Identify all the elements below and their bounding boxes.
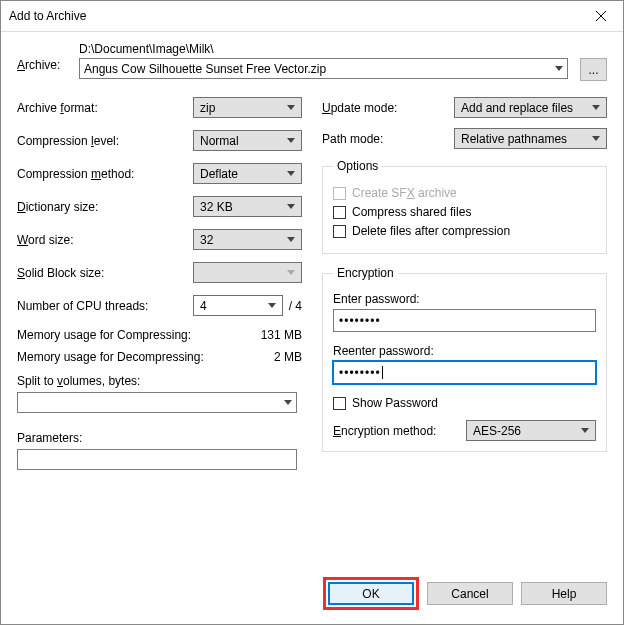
archive-filename: Angus Cow Silhouette Sunset Free Vector.… — [84, 62, 326, 76]
chevron-down-icon — [592, 136, 600, 141]
path-mode-label: Path mode: — [322, 132, 454, 146]
add-to-archive-dialog: Add to Archive Archive: D:\Document\Imag… — [0, 0, 624, 625]
chevron-down-icon — [287, 237, 295, 242]
cpu-threads-select[interactable]: 4 — [193, 295, 283, 316]
chevron-down-icon — [268, 303, 276, 308]
encryption-method-select[interactable]: AES-256 — [466, 420, 596, 441]
cpu-threads-label: Number of CPU threads: — [17, 299, 193, 313]
compress-shared-checkbox[interactable] — [333, 206, 346, 219]
ok-button[interactable]: OK — [328, 582, 414, 605]
compression-method-label: Compression method: — [17, 167, 193, 181]
left-column: Archive format: zip Compression level: N… — [17, 97, 302, 470]
solid-block-size-select — [193, 262, 302, 283]
close-button[interactable] — [578, 1, 623, 31]
archive-filename-select[interactable]: Angus Cow Silhouette Sunset Free Vector.… — [79, 58, 568, 79]
chevron-down-icon — [592, 105, 600, 110]
archive-path: D:\Document\Image\Milk\ — [79, 42, 607, 56]
word-size-select[interactable]: 32 — [193, 229, 302, 250]
show-password-label: Show Password — [352, 396, 438, 410]
chevron-down-icon — [287, 138, 295, 143]
encryption-legend: Encryption — [333, 266, 398, 280]
mem-compress-value: 131 MB — [261, 328, 302, 342]
options-legend: Options — [333, 159, 382, 173]
sfx-checkbox — [333, 187, 346, 200]
chevron-down-icon — [581, 428, 589, 433]
split-volumes-label: Split to volumes, bytes: — [17, 374, 302, 388]
mem-decompress-value: 2 MB — [274, 350, 302, 364]
path-mode-select[interactable]: Relative pathnames — [454, 128, 607, 149]
dictionary-size-label: Dictionary size: — [17, 200, 193, 214]
browse-button[interactable]: ... — [580, 58, 607, 81]
chevron-down-icon — [287, 270, 295, 275]
split-volumes-select[interactable] — [17, 392, 297, 413]
word-size-label: Word size: — [17, 233, 193, 247]
compression-level-select[interactable]: Normal — [193, 130, 302, 151]
help-button[interactable]: Help — [521, 582, 607, 605]
options-group: Options Create SFX archive Compress shar… — [322, 159, 607, 254]
right-column: Update mode: Add and replace files Path … — [322, 97, 607, 470]
delete-after-label: Delete files after compression — [352, 224, 510, 238]
compression-level-label: Compression level: — [17, 134, 193, 148]
parameters-input[interactable] — [17, 449, 297, 470]
enter-password-input[interactable]: •••••••• — [333, 309, 596, 332]
archive-format-select[interactable]: zip — [193, 97, 302, 118]
enter-password-label: Enter password: — [333, 292, 596, 306]
compression-method-select[interactable]: Deflate — [193, 163, 302, 184]
chevron-down-icon — [287, 105, 295, 110]
compress-shared-label: Compress shared files — [352, 205, 471, 219]
reenter-password-label: Reenter password: — [333, 344, 596, 358]
show-password-checkbox[interactable] — [333, 397, 346, 410]
dictionary-size-select[interactable]: 32 KB — [193, 196, 302, 217]
dialog-content: Archive: D:\Document\Image\Milk\ Angus C… — [1, 32, 623, 624]
window-title: Add to Archive — [9, 9, 86, 23]
parameters-label: Parameters: — [17, 431, 302, 445]
encryption-group: Encryption Enter password: •••••••• Reen… — [322, 266, 607, 452]
ok-highlight: OK — [323, 577, 419, 610]
chevron-down-icon — [287, 204, 295, 209]
delete-after-checkbox[interactable] — [333, 225, 346, 238]
titlebar: Add to Archive — [1, 1, 623, 32]
update-mode-select[interactable]: Add and replace files — [454, 97, 607, 118]
sfx-label: Create SFX archive — [352, 186, 457, 200]
format-label: Archive format: — [17, 101, 193, 115]
mem-decompress-label: Memory usage for Decompressing: — [17, 350, 204, 364]
close-icon — [596, 11, 606, 21]
reenter-password-input[interactable]: •••••••• — [333, 361, 596, 384]
chevron-down-icon — [287, 171, 295, 176]
solid-block-size-label: Solid Block size: — [17, 266, 193, 280]
chevron-down-icon — [284, 400, 292, 405]
cpu-total: / 4 — [289, 299, 302, 313]
archive-label: Archive: — [17, 42, 71, 72]
encryption-method-label: Encryption method: — [333, 424, 466, 438]
chevron-down-icon — [555, 66, 563, 71]
mem-compress-label: Memory usage for Compressing: — [17, 328, 191, 342]
text-caret — [382, 366, 383, 379]
update-mode-label: Update mode: — [322, 101, 454, 115]
dialog-buttons: OK Cancel Help — [323, 577, 607, 610]
cancel-button[interactable]: Cancel — [427, 582, 513, 605]
